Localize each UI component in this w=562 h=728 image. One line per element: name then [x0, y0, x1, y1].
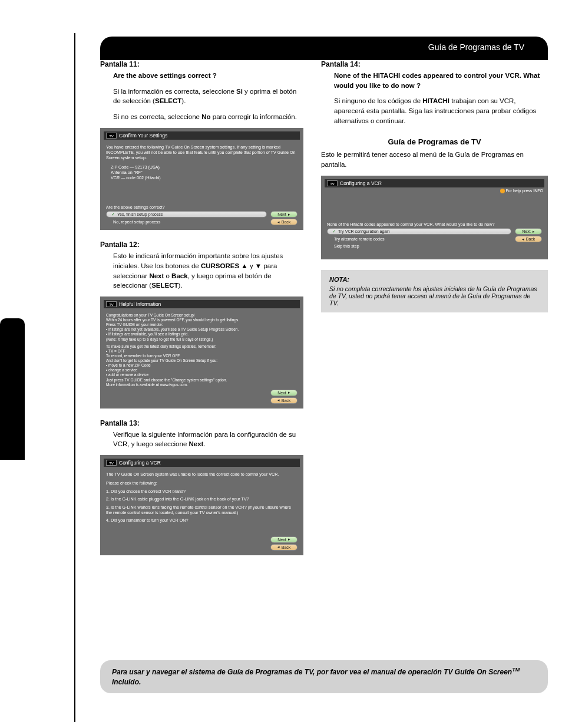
- p11-si: Si: [236, 88, 243, 95]
- nota-box: NOTA: Si no completa correctamente los a…: [321, 270, 548, 312]
- p12-ss-header-text: Helpful Information: [119, 301, 161, 307]
- p12-ss-l3: Press TV GUIDE on your remote:: [106, 322, 297, 327]
- bottom-text-1: Para usar y navegar el sistema de Guía d…: [112, 668, 512, 676]
- header-title: Guía de Programas de TV: [428, 42, 524, 52]
- arrow-back-icon: ◂: [277, 398, 280, 403]
- p11-ss-back-label: Back: [282, 220, 291, 224]
- arrow-next-icon: ▸: [288, 390, 290, 395]
- info-icon: [500, 189, 505, 193]
- p14-ss-header: TV Configuring a VCR: [325, 179, 544, 187]
- p12-screenshot: TV Helpful Information Congratulations o…: [100, 297, 303, 409]
- p11-t3: ).: [181, 97, 186, 104]
- p12-ss-l15: More information is available at www.tvg…: [106, 383, 297, 387]
- p11-ss-header: TV Confirm Your Settings: [104, 131, 300, 140]
- p13-ss-next-btn[interactable]: Next ▸: [270, 536, 297, 543]
- side-tab: Menú en Pantalla: [0, 318, 25, 460]
- guia-heading: Guía de Programas de TV: [321, 137, 548, 146]
- p11-t5: para corregir la información.: [211, 113, 297, 120]
- help-info-badge: For help press INFO: [500, 189, 543, 193]
- p12-t2: y: [248, 262, 255, 269]
- tv-guide-logo: TV: [106, 460, 117, 466]
- p12-ss-next-label: Next: [277, 391, 286, 395]
- p12-select: SELECT: [151, 282, 178, 289]
- side-tab-label: Menú en Pantalla: [46, 395, 59, 491]
- p12-ss-l10: And don't forget to update your TV Guide…: [106, 358, 297, 363]
- checkmark-icon: ✓: [111, 212, 115, 217]
- p12-ss-back-btn[interactable]: ◂ Back: [270, 397, 297, 404]
- p11-select: SELECT: [155, 97, 181, 104]
- p14-screenshot: TV Configuring a VCR For help press INFO…: [321, 176, 548, 259]
- p14-subpara: Esto le permitirá tener acceso al menú d…: [321, 150, 548, 169]
- p12-ss-l11: • move to a new ZIP Code: [106, 363, 297, 368]
- p14-ss-back-label: Back: [526, 237, 535, 241]
- p11-ss-text1: You have entered the following TV Guide …: [106, 144, 297, 161]
- p11-ss-q: Are the above settings correct?: [106, 205, 297, 210]
- p13-ss-header: TV Configuring a VCR: [104, 459, 300, 467]
- bottom-callout: Para usar y navegar el sistema de Guía d…: [100, 660, 548, 693]
- p12-next: Next: [149, 272, 164, 279]
- tm-mark: TM: [512, 667, 520, 673]
- p12-cursores: CURSORES ▲: [201, 262, 248, 269]
- arrow-next-icon: ▸: [288, 212, 290, 217]
- p14-ss-next-btn[interactable]: Next ▸: [515, 228, 542, 235]
- p12-ss-l8: • TV = OFF: [106, 349, 297, 354]
- p12-ss-l1: Congratulations on your TV Guide On Scre…: [106, 313, 297, 318]
- p12-ss-back-label: Back: [282, 398, 291, 403]
- p13-ss-l1: The TV Guide On Screen system was unable…: [106, 472, 297, 477]
- tv-guide-logo: TV: [327, 180, 338, 186]
- p14-ss-opt2[interactable]: Try alternate remote codes: [327, 236, 511, 242]
- tv-guide-logo: TV: [106, 301, 117, 307]
- p11-ss-yes-label: Yes, finish setup process: [117, 212, 163, 216]
- p12-ss-l13: • add or remove a device: [106, 373, 297, 377]
- arrow-next-icon: ▸: [533, 229, 535, 234]
- p13-ss-next-label: Next: [277, 538, 286, 542]
- p14-ss-opt1-label: Try VCR configuration again: [338, 229, 390, 233]
- p14-title: Pantalla 14:: [321, 60, 548, 68]
- tv-guide-logo: TV: [106, 133, 117, 139]
- arrow-back-icon: ◂: [277, 220, 280, 225]
- p12-ss-l14: Just press TV GUIDE and choose the "Chan…: [106, 378, 297, 383]
- bottom-text-2: incluido.: [112, 678, 141, 686]
- checkmark-icon: ✓: [332, 229, 336, 234]
- help-info-text: For help press INFO: [506, 189, 543, 193]
- p11-ss-back-btn[interactable]: ◂ Back: [270, 219, 297, 225]
- p11-ss-header-text: Confirm Your Settings: [119, 133, 167, 139]
- p14-ss-next-label: Next: [522, 229, 530, 233]
- p14-ss-opt3[interactable]: Skip this step: [327, 243, 542, 249]
- p14-ss-back-btn[interactable]: ◂ Back: [515, 236, 542, 242]
- p12-ss-l5: • If listings are available, you'll see …: [106, 332, 297, 337]
- p13-next: Next: [189, 440, 203, 447]
- p13-ss-back-btn[interactable]: ◂ Back: [270, 544, 297, 551]
- arrow-next-icon: ▸: [288, 537, 290, 542]
- right-column: Pantalla 14: None of the HITACHI codes a…: [321, 60, 548, 312]
- p12-t4: o: [164, 272, 171, 279]
- p13-ss-l3: 1. Did you choose the correct VCR brand?: [106, 489, 297, 494]
- p11-ss-opt-yes[interactable]: ✓ Yes, finish setup process: [106, 211, 267, 218]
- p11-t4: Si no es correcta, seleccione: [113, 113, 201, 120]
- header-bar: Guía de Programas de TV: [100, 37, 548, 60]
- arrow-back-icon: ◂: [277, 545, 280, 549]
- p11-screenshot: TV Confirm Your Settings You have entere…: [100, 128, 303, 230]
- p12-ss-l6: (Note: It may take up to 6 days to get t…: [106, 337, 297, 342]
- p11-ss-antenna: Antenna on "RF": [106, 170, 297, 175]
- p13-t2: .: [203, 440, 205, 447]
- nota-title: NOTA:: [329, 276, 540, 283]
- p11-ss-opt-no[interactable]: No, repeat setup process: [106, 219, 267, 225]
- left-column: Pantalla 11: Are the above settings corr…: [100, 60, 303, 566]
- p12-ss-next-btn[interactable]: Next ▸: [270, 390, 297, 396]
- p11-ss-zip: ZIP Code — 92173 (USA): [106, 164, 297, 170]
- page-edge: [74, 33, 75, 722]
- p11-ss-next-btn[interactable]: Next ▸: [270, 211, 297, 218]
- p13-ss-l2: Please check the following:: [106, 480, 297, 486]
- p14-ss-opt1[interactable]: ✓ Try VCR configuration again: [327, 228, 511, 235]
- p11-ss-vcr: VCR — code 002 (Hitachi): [106, 175, 297, 180]
- p14-ss-l1: None of the Hitachi codes appeared to co…: [327, 222, 542, 227]
- p14-q: None of the HITACHI codes appeared to co…: [334, 72, 540, 89]
- nota-body: Si no completa correctamente los ajustes…: [329, 285, 540, 307]
- p13-ss-header-text: Configuring a VCR: [119, 460, 161, 466]
- p11-t1: Si la información es correcta, seleccion…: [113, 88, 236, 95]
- p13-ss-back-label: Back: [282, 545, 291, 549]
- p11-title: Pantalla 11:: [100, 60, 303, 68]
- p12-ss-l12: • change a service: [106, 368, 297, 373]
- p12-down: ▼: [255, 262, 262, 269]
